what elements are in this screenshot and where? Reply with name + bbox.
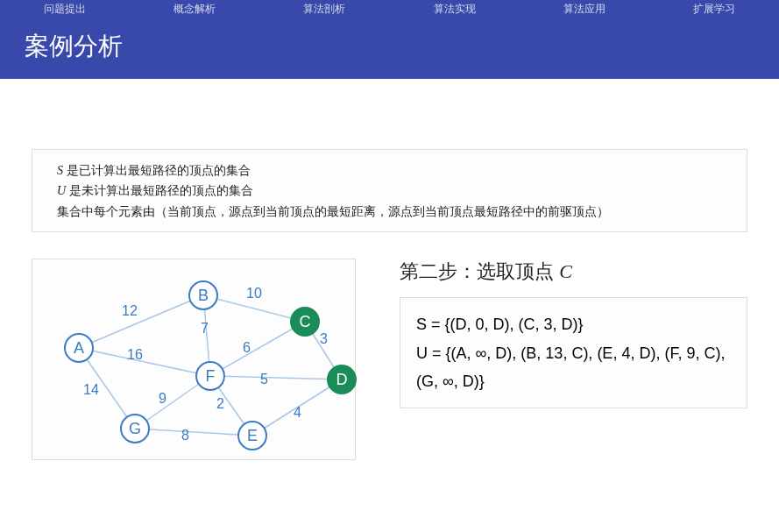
set-symbol-s: S xyxy=(57,164,63,177)
step-panel: 第二步：选取顶点 C S = {(D, 0, D), (C, 3, D)} U … xyxy=(400,259,747,460)
edge-weight-F-E: 2 xyxy=(216,396,224,412)
node-C: C xyxy=(290,307,320,337)
nav-item-3[interactable]: 算法实现 xyxy=(390,2,520,18)
set-u-text: U = {(A, ∞, D), (B, 13, C), (E, 4, D), (… xyxy=(416,339,731,396)
step-title: 第二步：选取顶点 C xyxy=(400,259,747,285)
svg-line-5 xyxy=(210,322,305,376)
svg-line-11 xyxy=(135,429,252,436)
definition-box: S 是已计算出最短路径的顶点的集合 U 是未计算出最短路径的顶点的集合 集合中每… xyxy=(32,149,747,232)
edge-weight-D-E: 4 xyxy=(294,405,301,421)
edge-weight-B-C: 10 xyxy=(246,286,262,301)
node-D: D xyxy=(327,365,357,394)
graph-panel: 1216141076342958ABCDEFG xyxy=(32,259,356,460)
edge-weight-A-F: 16 xyxy=(127,347,143,363)
svg-line-0 xyxy=(79,295,203,348)
page-title: 案例分析 xyxy=(0,18,779,79)
nav-item-0[interactable]: 问题提出 xyxy=(0,2,130,18)
set-s-text: S = {(D, 0, D), (C, 3, D)} xyxy=(416,310,731,338)
nav-item-4[interactable]: 算法应用 xyxy=(520,2,649,18)
edge-weight-A-B: 12 xyxy=(122,303,138,319)
definition-line-2: U 是未计算出最短路径的顶点的集合 xyxy=(57,181,722,201)
svg-line-1 xyxy=(79,348,210,376)
top-nav: 问题提出 概念解析 算法剖析 算法实现 算法应用 扩展学习 xyxy=(0,0,779,18)
edge-weight-F-G: 9 xyxy=(159,391,166,407)
node-B: B xyxy=(188,280,218,310)
node-A: A xyxy=(64,333,94,363)
step-selected-vertex: C xyxy=(559,260,572,282)
nav-item-5[interactable]: 扩展学习 xyxy=(649,2,779,18)
sets-box: S = {(D, 0, D), (C, 3, D)} U = {(A, ∞, D… xyxy=(400,297,747,408)
svg-line-10 xyxy=(210,376,342,379)
edge-weight-C-D: 3 xyxy=(320,331,328,347)
node-G: G xyxy=(120,414,150,443)
edge-weight-C-F: 6 xyxy=(243,340,251,356)
set-symbol-u: U xyxy=(57,184,66,197)
edge-weight-A-G: 14 xyxy=(83,382,99,398)
content-area: S 是已计算出最短路径的顶点的集合 U 是未计算出最短路径的顶点的集合 集合中每… xyxy=(0,79,779,460)
nav-item-2[interactable]: 算法剖析 xyxy=(259,2,389,18)
node-E: E xyxy=(237,421,267,450)
node-F: F xyxy=(195,361,225,391)
edge-weight-G-E: 8 xyxy=(181,428,189,443)
edge-weight-B-F: 7 xyxy=(201,321,209,337)
definition-line-1: S 是已计算出最短路径的顶点的集合 xyxy=(57,160,722,181)
edge-weight-F-D: 5 xyxy=(260,372,268,387)
nav-item-1[interactable]: 概念解析 xyxy=(130,2,259,18)
definition-line-3: 集合中每个元素由（当前顶点，源点到当前顶点的最短距离，源点到当前顶点最短路径中的… xyxy=(57,202,722,221)
